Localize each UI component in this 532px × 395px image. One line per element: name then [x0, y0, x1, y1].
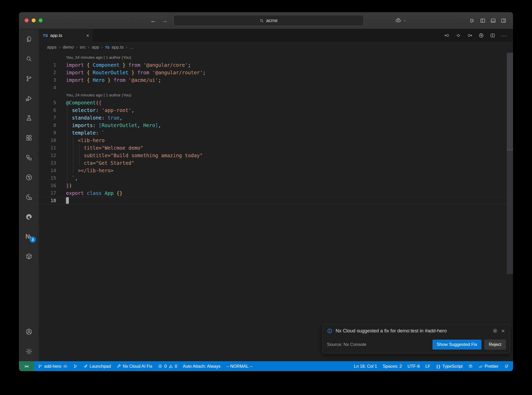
cursor-position-status[interactable]: Ln 18, Col 1 [351, 361, 380, 371]
indentation-status[interactable]: Spaces: 2 [380, 361, 404, 371]
breadcrumb-item-demo[interactable]: demo [63, 45, 74, 50]
breadcrumb-item-src[interactable]: src [80, 45, 86, 50]
activity-testing[interactable] [19, 108, 39, 128]
zoom-window-button[interactable] [39, 18, 43, 22]
scrollbar-thumb[interactable] [507, 53, 513, 150]
close-window-button[interactable] [25, 18, 29, 22]
toggle-panel-button[interactable] [490, 18, 496, 24]
breadcrumb-item-[interactable]: … [130, 45, 134, 50]
line-number: 10 [39, 137, 56, 143]
tab-app-ts[interactable]: TS app.ts × [39, 29, 93, 42]
activity-remote-explorer[interactable] [19, 148, 39, 167]
status-label: 0 [175, 364, 177, 369]
breadcrumb-item-app[interactable]: app [92, 45, 99, 50]
customize-layout-button[interactable] [469, 18, 475, 24]
problems-status[interactable]: 00 [155, 361, 180, 371]
remote-indicator[interactable]: >< [19, 361, 34, 371]
reject-button[interactable]: Reject [484, 340, 506, 350]
breadcrumb-separator: › [101, 45, 103, 50]
typescript-file-icon: TS [43, 33, 48, 38]
activity-explorer[interactable] [19, 29, 39, 49]
activity-nx-graph[interactable] [19, 167, 39, 187]
code-text: imports: [RouterOutlet, Hero], [66, 122, 161, 128]
code-line-4: 4 [39, 84, 513, 91]
activity-extensions[interactable] [19, 128, 39, 148]
line-number: 17 [39, 190, 56, 196]
copilot-icon [468, 364, 473, 368]
activity-containers[interactable] [19, 246, 39, 266]
breadcrumb-separator: › [76, 45, 77, 50]
history-forward-button[interactable]: → [162, 17, 168, 24]
code-line-12: 12 subtitle="Build something amazing tod… [39, 152, 513, 159]
code-editor[interactable]: You, 24 minutes ago | 1 author (You)1imp… [39, 53, 513, 361]
activity-nx-graph-search[interactable] [19, 187, 39, 207]
status-bar: >< add-heroLaunchpadNx Cloud AI Fix00Aut… [19, 361, 513, 371]
gear-icon [25, 348, 32, 355]
blame-annotation[interactable]: You, 24 minutes ago | 1 author (You) [66, 55, 131, 60]
show-suggested-fix-button[interactable]: Show Suggested Fix [433, 340, 481, 350]
settings-button[interactable] [19, 341, 39, 361]
notification-gear-icon[interactable] [493, 328, 498, 333]
encoding-status[interactable]: UTF-8 [405, 361, 423, 371]
chevron-down-icon [403, 19, 407, 23]
code-line-3: 3import { Hero } from '@acme/ui'; [39, 76, 513, 84]
line-number: 4 [39, 85, 56, 90]
minimize-window-button[interactable] [32, 18, 36, 22]
line-number: 3 [39, 77, 56, 83]
copilot-menu-button[interactable] [395, 12, 407, 29]
blame-annotation[interactable]: You, 24 minutes ago | 1 author (You) [66, 93, 131, 97]
prettier-status[interactable]: Prettier [476, 361, 501, 371]
linked-squares-icon [25, 154, 32, 161]
activity-run-debug[interactable] [19, 88, 39, 108]
activity-search[interactable] [19, 49, 39, 69]
brackets-icon: { } [436, 364, 441, 368]
activity-edge-tools[interactable] [19, 207, 39, 227]
toggle-primary-sidebar-button[interactable] [480, 18, 486, 24]
notification-title: Nx Cloud suggested a fix for demo:test i… [336, 328, 489, 334]
timeline-marker-button[interactable] [456, 33, 461, 38]
explorer-icon [25, 36, 32, 43]
more-actions-button[interactable]: ··· [501, 33, 507, 38]
code-text: template: ` [66, 130, 105, 136]
command-center-search[interactable]: acme [174, 15, 364, 26]
notification-source: Source: Nx Console [327, 342, 366, 347]
branch-publish-status[interactable]: add-hero [35, 361, 70, 371]
auto-attach-status[interactable]: Auto Attach: Always [180, 361, 223, 371]
code-line-18: 18 [39, 197, 513, 204]
history-back-button[interactable]: ← [150, 17, 156, 24]
commit-graph-status[interactable] [70, 361, 81, 371]
notification-toast: Nx Cloud suggested a fix for demo:test i… [323, 324, 510, 353]
breadcrumb-item-apps[interactable]: apps [47, 45, 57, 50]
copilot-status[interactable] [466, 361, 476, 371]
accounts-button[interactable] [19, 322, 39, 341]
split-editor-button[interactable] [490, 33, 495, 38]
notification-close-icon[interactable] [501, 329, 505, 333]
toggle-secondary-sidebar-button[interactable] [501, 18, 507, 24]
launchpad-status[interactable]: Launchpad [81, 361, 114, 371]
next-change-button[interactable] [467, 33, 473, 38]
code-text: export class App {} [66, 190, 122, 196]
line-number: 11 [39, 145, 56, 150]
nx-cloud-fix-status[interactable]: Nx Cloud AI Fix [114, 361, 155, 371]
status-label: -- NORMAL -- [226, 364, 252, 369]
status-label: Prettier [485, 364, 498, 369]
indent-guide [79, 144, 79, 167]
code-line-13: 13 cta="Get Started" [39, 159, 513, 167]
previous-change-button[interactable] [444, 33, 450, 38]
indent-guide [73, 136, 73, 174]
close-tab-icon[interactable]: × [86, 33, 89, 38]
line-number: 2 [39, 70, 56, 75]
breadcrumb-item-appts[interactable]: TSapp.ts [105, 45, 124, 50]
cloud-upload-icon [63, 364, 68, 368]
eol-status[interactable]: LF [423, 361, 433, 371]
run-graph-button[interactable] [478, 33, 484, 38]
code-line-5: 5@Component({ [39, 99, 513, 106]
code-text: title="Welcmoe demo" [66, 145, 143, 151]
activity-source-control[interactable] [19, 69, 39, 88]
activity-nx-console[interactable]: N›3 [19, 227, 39, 246]
line-number: 15 [39, 175, 56, 181]
notifications-bell[interactable] [501, 361, 511, 371]
vim-mode-status[interactable]: -- NORMAL -- [223, 361, 255, 371]
language-mode-status[interactable]: { }TypeScript [433, 361, 466, 371]
scrollbar-track [507, 150, 513, 274]
